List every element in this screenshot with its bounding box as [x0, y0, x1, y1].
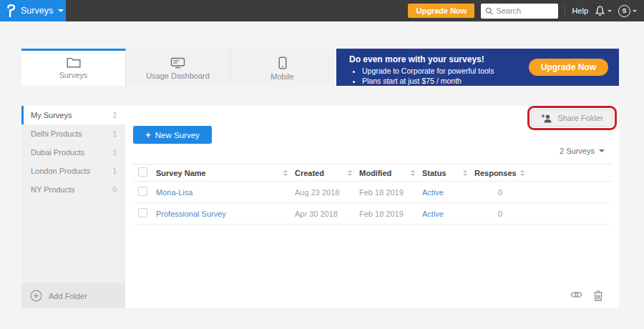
survey-name-link[interactable]: Mona-Lisa [156, 188, 295, 197]
folder-count: 1 [112, 130, 117, 138]
dashboard-icon [170, 57, 185, 69]
topbar: Surveys Upgrade Now Help S [0, 0, 644, 21]
folder-label: Delhi Products [31, 129, 82, 138]
proprofs-logo-icon [6, 4, 16, 17]
surveys-panel: Share Folder + New Survey 2 Surveys Surv… [125, 106, 619, 308]
new-survey-label: New Survey [155, 131, 200, 139]
table-row: Mona-Lisa Aug 23 2018 Feb 18 2019 Active… [133, 182, 612, 203]
chevron-down-icon [599, 149, 605, 152]
column-survey-name: Survey Name [156, 169, 206, 177]
sort-icon[interactable] [411, 170, 415, 176]
sort-icon[interactable] [348, 170, 352, 176]
sidebar-item-my-surveys[interactable]: My Surveys 2 [21, 106, 125, 124]
promo-banner: Do even more with your surveys! Upgrade … [336, 49, 619, 86]
folder-label: NY Products [31, 185, 75, 194]
created-cell: Aug 23 2018 [295, 188, 359, 197]
help-link[interactable]: Help [572, 6, 588, 15]
tab-surveys[interactable]: Surveys [21, 49, 126, 86]
tab-label: Surveys [59, 71, 88, 79]
responses-cell: 0 [474, 188, 539, 197]
sidebar-item-dubai-products[interactable]: Dubai Products 1 [21, 143, 125, 162]
divider [565, 6, 565, 16]
status-link[interactable]: Active [422, 210, 474, 218]
folders-sidebar: My Surveys 2 Delhi Products 1 Dubai Prod… [21, 106, 125, 308]
responses-cell: 0 [474, 210, 539, 218]
folder-label: Dubai Products [31, 148, 84, 157]
add-folder-label: Add Folder [49, 292, 87, 300]
link-icon[interactable] [570, 290, 582, 301]
sort-icon[interactable] [283, 170, 288, 176]
search-icon [485, 7, 493, 15]
row-checkbox[interactable] [138, 208, 147, 217]
chevron-down-icon [608, 10, 612, 12]
folder-count: 0 [112, 186, 117, 194]
sidebar-item-london-products[interactable]: London Products 1 [21, 162, 125, 180]
status-link[interactable]: Active [422, 188, 474, 197]
chevron-down-icon [58, 9, 64, 12]
person-add-icon [541, 114, 552, 123]
survey-count-dropdown[interactable]: 2 Surveys [560, 147, 605, 155]
column-created: Created [295, 169, 324, 177]
avatar: S [618, 5, 630, 17]
column-status: Status [422, 169, 447, 177]
add-folder-button[interactable]: Add Folder [21, 283, 125, 308]
modified-cell: Feb 18 2019 [359, 210, 422, 218]
sidebar-item-ny-products[interactable]: NY Products 0 [21, 180, 125, 199]
sort-icon[interactable] [463, 170, 467, 176]
survey-count-label: 2 Surveys [560, 147, 595, 155]
sidebar-item-delhi-products[interactable]: Delhi Products 1 [21, 124, 125, 143]
banner-bullet: Plans start at just $75 / month [362, 76, 619, 86]
tab-label: Usage Dashboard [146, 72, 210, 80]
folder-count: 1 [112, 167, 117, 175]
tab-mobile[interactable]: Mobile [230, 49, 334, 86]
table-header-row: Survey Name Created Modified Status Resp… [133, 164, 612, 182]
search-box[interactable] [481, 4, 558, 19]
upgrade-now-button[interactable]: Upgrade Now [408, 4, 474, 18]
chevron-down-icon [633, 10, 637, 12]
account-menu[interactable]: S [618, 5, 637, 17]
product-menu[interactable]: Surveys [0, 0, 66, 21]
bell-icon [595, 5, 605, 16]
trash-icon[interactable] [593, 290, 603, 301]
share-folder-button[interactable]: Share Folder [531, 109, 613, 127]
row-checkbox[interactable] [138, 187, 147, 196]
product-menu-label: Surveys [21, 6, 53, 16]
notifications-menu[interactable] [595, 5, 612, 16]
select-all-checkbox[interactable] [138, 167, 147, 177]
mobile-icon [278, 57, 287, 69]
survey-name-link[interactable]: Professional Survey [156, 210, 295, 218]
column-responses: Responses [474, 169, 517, 177]
table-row: Professional Survey Apr 30 2018 Feb 18 2… [133, 203, 612, 225]
bulk-action-icons [570, 290, 603, 301]
main-tabs: Surveys Usage Dashboard Mobile [21, 49, 334, 86]
folder-count: 2 [112, 112, 117, 119]
created-cell: Apr 30 2018 [295, 210, 359, 218]
folder-icon [67, 57, 81, 68]
new-survey-button[interactable]: + New Survey [133, 126, 212, 144]
tab-label: Mobile [270, 72, 293, 81]
folder-label: My Surveys [31, 111, 72, 119]
modified-cell: Feb 18 2019 [359, 188, 422, 197]
column-modified: Modified [359, 169, 391, 177]
share-folder-label: Share Folder [557, 114, 603, 122]
search-input[interactable] [496, 6, 553, 15]
folder-label: London Products [31, 167, 90, 175]
surveys-table: Survey Name Created Modified Status Resp… [133, 164, 612, 225]
tab-usage-dashboard[interactable]: Usage Dashboard [126, 49, 230, 86]
sort-icon[interactable] [520, 170, 525, 176]
circle-plus-icon [30, 290, 42, 302]
plus-icon: + [145, 130, 151, 139]
banner-upgrade-button[interactable]: Upgrade Now [529, 59, 608, 76]
folder-count: 1 [112, 149, 117, 157]
annotation-highlight: Share Folder [527, 106, 617, 130]
